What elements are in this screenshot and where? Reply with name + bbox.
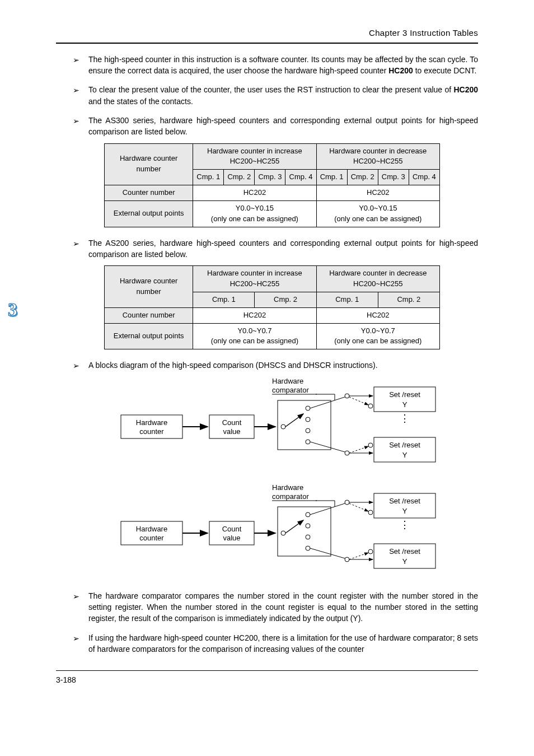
bullet-text: A blocks diagram of the high-speed compa… [88,361,378,370]
bullet-text: The AS200 series, hardware high-speed co… [88,239,478,259]
row-label: Counter number [105,185,193,201]
bullet-item: ➢ The AS200 series, hardware high-speed … [73,237,478,360]
bullet-text: The high-speed counter in this instructi… [88,55,478,75]
svg-point-49 [368,549,373,554]
bullet-icon: ➢ [73,115,79,127]
table-as200: Hardware counter number Hardware counter… [104,265,440,349]
page-footer: 3-188 [56,670,478,685]
svg-line-43 [349,503,368,511]
svg-point-44 [368,510,373,515]
cell: Y0.0~Y0.7 (only one can be assigned) [316,323,439,349]
th-cmp: Cmp. 1 [193,170,224,185]
diagram-label: Set /reset [389,497,420,505]
bold-span: HC200 [388,66,413,75]
diagram-label: Hardware [136,525,167,533]
diagram-label: Count [222,525,242,533]
text-span: and the states of the contacts. [88,97,193,106]
diagram-label: Count [222,418,242,427]
diagram-label: Set /reset [389,547,420,556]
bullet-icon: ➢ [73,238,79,249]
bullet-item: ➢ The AS300 series, hardware high-speed … [73,115,478,237]
svg-line-17 [349,397,368,405]
diagram-label: Y [402,557,407,566]
ellipsis-icon: ⋮ [400,413,410,424]
cell: HC202 [193,185,316,201]
svg-point-41 [345,500,349,505]
bullet-icon: ➢ [73,633,79,644]
th-cmp: Cmp. 2 [347,170,378,185]
bullet-item: ➢ The high-speed counter in this instruc… [73,54,478,85]
bullet-item: ➢ The hardware comparator compares the n… [73,590,478,632]
diagram-label: Y [402,507,407,515]
svg-point-18 [368,404,373,408]
diagram-label: Hardware [272,377,303,385]
diagram-label: value [223,427,240,436]
th-cmp: Cmp. 1 [316,170,347,185]
text-span: to execute DCNT. [413,66,477,75]
diagram-label: Y [402,400,407,409]
th-col1: Hardware counter number [105,143,193,185]
cell: Y0.0~Y0.15 (only one can be assigned) [316,200,439,227]
svg-point-23 [368,443,373,447]
bold-span: HC200 [453,85,478,94]
svg-point-15 [345,394,349,398]
side-tab-digit: 3 [8,296,17,323]
bullet-item: ➢ A blocks diagram of the high-speed com… [73,360,478,590]
th-col3: Hardware counter in decrease HC200~HC255 [316,266,439,292]
svg-point-39 [306,546,310,550]
cell: HC202 [316,185,439,201]
bullet-text: If using the hardware high-speed counter… [88,633,478,654]
chapter-header: Chapter 3 Instruction Tables [56,27,478,39]
bullet-icon: ➢ [73,360,79,371]
bullet-item: ➢ To clear the present value of the coun… [73,84,478,115]
svg-line-14 [310,397,345,408]
row-label: External output points [105,323,193,349]
svg-rect-33 [278,507,331,556]
svg-point-12 [306,428,310,433]
diagram-label: Set /reset [389,441,420,449]
bullet-item: ➢ If using the hardware high-speed count… [73,632,478,657]
svg-line-40 [310,503,345,515]
bullet-text: To clear the present value of the counte… [88,85,478,105]
cell: Y0.0~Y0.15 (only one can be assigned) [193,200,316,227]
svg-point-8 [281,424,285,429]
bullet-icon: ➢ [73,591,79,602]
svg-point-21 [345,451,349,455]
th-col1: Hardware counter number [105,266,193,308]
cell: HC202 [193,307,316,323]
svg-point-34 [281,531,285,535]
svg-point-13 [306,440,310,444]
svg-line-46 [310,548,345,558]
svg-line-48 [349,553,368,559]
svg-rect-7 [278,400,331,450]
chapter-side-tab: 3 3 [8,296,26,318]
th-cmp: Cmp. 4 [409,170,439,185]
th-cmp: Cmp. 1 [316,292,378,307]
bullet-icon: ➢ [73,85,79,96]
svg-point-10 [306,406,310,410]
svg-point-47 [345,557,349,562]
svg-line-22 [349,446,368,453]
th-cmp: Cmp. 3 [378,170,409,185]
th-col2: Hardware counter in increase HC200~HC255 [193,266,316,292]
svg-line-20 [310,442,345,452]
diagram-label: Set /reset [389,390,420,399]
header-rule [56,43,478,44]
ellipsis-icon: ⋮ [400,519,410,530]
svg-point-38 [306,535,310,539]
svg-line-35 [285,520,303,533]
table-as300: Hardware counter number Hardware counter… [104,143,440,227]
diagram-label: counter [139,534,164,542]
svg-point-36 [306,512,310,517]
page-number: 3-188 [56,674,478,685]
cell: Y0.0~Y0.7 (only one can be assigned) [193,323,316,349]
diagram-label: value [223,534,240,542]
diagram-label: Hardware [272,483,303,492]
diagram-label: counter [139,427,164,436]
th-cmp: Cmp. 2 [224,170,255,185]
diagram-label: comparator [272,386,309,394]
th-cmp: Cmp. 3 [255,170,285,185]
diagram-label: Y [402,451,407,459]
svg-line-9 [285,414,303,427]
text-span: To clear the present value of the counte… [88,85,453,94]
